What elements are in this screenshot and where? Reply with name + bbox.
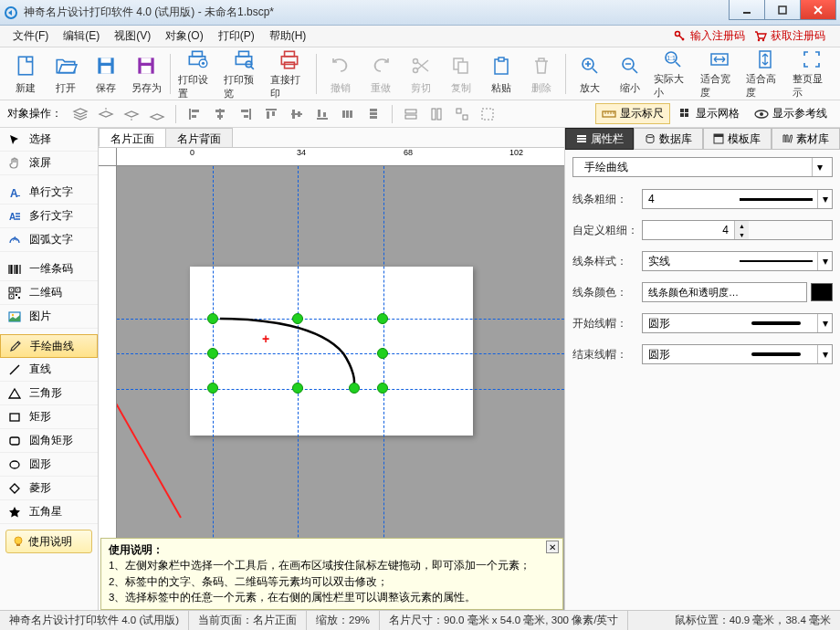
- tab-database[interactable]: 数据库: [634, 128, 702, 150]
- show-guides-toggle[interactable]: 显示参考线: [749, 104, 833, 123]
- custom-width-spinner[interactable]: ▲▼: [642, 220, 833, 240]
- line-color-button[interactable]: 线条颜色和透明度…: [642, 282, 807, 302]
- tool-text-arc[interactable]: A圆弧文字: [0, 228, 98, 252]
- same-height-icon[interactable]: [425, 104, 447, 124]
- layer-icon[interactable]: [69, 104, 91, 124]
- cut-button[interactable]: 剪切: [401, 49, 441, 99]
- zoom-out-button[interactable]: 缩小: [610, 49, 650, 99]
- show-grid-toggle[interactable]: 显示网格: [674, 104, 745, 123]
- same-width-icon[interactable]: [400, 104, 422, 124]
- paste-button[interactable]: 粘贴: [481, 49, 521, 99]
- new-button[interactable]: 新建: [5, 49, 46, 99]
- tool-roundrect[interactable]: 圆角矩形: [0, 429, 98, 453]
- save-button[interactable]: 保存: [86, 49, 126, 99]
- spin-up[interactable]: ▲: [735, 221, 749, 230]
- resize-handle[interactable]: [207, 383, 218, 394]
- svg-rect-59: [405, 110, 416, 113]
- menu-edit[interactable]: 编辑(E): [56, 26, 107, 47]
- enter-code-link[interactable]: 输入注册码: [674, 28, 745, 44]
- start-cap-combo[interactable]: 圆形 ▾: [642, 313, 833, 333]
- resize-handle[interactable]: [377, 348, 388, 359]
- hint-close-button[interactable]: ✕: [546, 541, 559, 553]
- tool-rect[interactable]: 矩形: [0, 405, 98, 429]
- copy-button[interactable]: 复制: [441, 49, 481, 99]
- custom-width-input[interactable]: [643, 221, 734, 239]
- distribute-h-icon[interactable]: [337, 104, 359, 124]
- resize-handle[interactable]: [207, 313, 218, 324]
- redo-button[interactable]: 重做: [361, 49, 401, 99]
- tool-diamond[interactable]: 菱形: [0, 477, 98, 500]
- resize-handle[interactable]: [377, 313, 388, 324]
- menu-file[interactable]: 文件(F): [5, 26, 56, 47]
- tool-image[interactable]: 图片: [0, 305, 98, 329]
- tool-text-single[interactable]: A单行文字: [0, 181, 98, 205]
- color-swatch[interactable]: [811, 283, 833, 301]
- layer-bottom-icon[interactable]: [146, 104, 168, 124]
- tab-properties[interactable]: 属性栏: [565, 128, 634, 150]
- fit-page-button[interactable]: 整页显示: [789, 49, 835, 99]
- align-top-icon[interactable]: [260, 104, 282, 124]
- tool-circle[interactable]: 圆形: [0, 453, 98, 477]
- tab-front[interactable]: 名片正面: [99, 128, 166, 147]
- menu-print[interactable]: 打印(P): [211, 26, 262, 47]
- layer-up-icon[interactable]: [95, 104, 117, 124]
- object-type-select[interactable]: 手绘曲线 ▾: [572, 157, 833, 177]
- help-button[interactable]: 使用说明: [5, 530, 92, 553]
- line-style-combo[interactable]: 实线 ▾: [642, 251, 833, 271]
- open-button[interactable]: 打开: [46, 49, 86, 99]
- guides-icon: [754, 108, 769, 121]
- tab-templates[interactable]: 模板库: [703, 128, 772, 150]
- minimize-button[interactable]: [729, 0, 765, 20]
- align-left-icon[interactable]: [184, 104, 205, 124]
- fit-width-button[interactable]: 适合宽度: [697, 49, 742, 99]
- text-multi-icon: A: [5, 208, 24, 225]
- tool-pan[interactable]: 滚屏: [0, 152, 98, 175]
- resize-handle[interactable]: [349, 383, 360, 394]
- actual-size-button[interactable]: 1:1实际大小: [650, 49, 696, 99]
- maximize-button[interactable]: [764, 0, 801, 20]
- spin-down[interactable]: ▼: [735, 230, 749, 239]
- tool-star[interactable]: 五角星: [0, 500, 98, 524]
- end-cap-combo[interactable]: 圆形 ▾: [642, 344, 833, 364]
- qrcode-icon: [5, 285, 24, 301]
- undo-button[interactable]: 撤销: [320, 49, 361, 99]
- same-size-icon[interactable]: [451, 104, 473, 124]
- tab-assets[interactable]: 素材库: [772, 128, 840, 150]
- resize-handle[interactable]: [292, 313, 303, 324]
- distribute-v-icon[interactable]: [362, 104, 384, 124]
- menu-object[interactable]: 对象(O): [158, 26, 210, 47]
- tool-select[interactable]: 选择: [0, 128, 98, 152]
- chevron-down-icon: ▾: [817, 345, 832, 363]
- menu-help[interactable]: 帮助(H): [262, 26, 314, 47]
- selected-object[interactable]: +: [211, 317, 384, 390]
- resize-handle[interactable]: [207, 348, 218, 359]
- tool-triangle[interactable]: 三角形: [0, 382, 98, 405]
- saveas-button[interactable]: 另存为: [126, 49, 166, 99]
- print-preview-button[interactable]: 打印预览: [220, 49, 266, 99]
- tool-qrcode[interactable]: 二维码: [0, 281, 98, 305]
- layer-down-icon[interactable]: [121, 104, 142, 124]
- show-ruler-toggle[interactable]: 显示标尺: [595, 103, 670, 124]
- close-button[interactable]: [800, 0, 836, 20]
- print-settings-button[interactable]: 打印设置: [174, 49, 220, 99]
- group-icon[interactable]: [477, 104, 499, 124]
- delete-button[interactable]: 删除: [521, 49, 562, 99]
- align-bottom-icon[interactable]: [311, 104, 333, 124]
- print-direct-button[interactable]: 直接打印: [267, 49, 312, 99]
- resize-handle[interactable]: [377, 383, 388, 394]
- get-code-link[interactable]: 获取注册码: [754, 28, 825, 44]
- zoom-in-button[interactable]: 放大: [570, 49, 610, 99]
- resize-handle[interactable]: [292, 383, 303, 394]
- tool-barcode[interactable]: 一维条码: [0, 257, 98, 281]
- align-right-icon[interactable]: [235, 104, 257, 124]
- line-width-combo[interactable]: 4 ▾: [642, 189, 833, 209]
- tool-line[interactable]: 直线: [0, 358, 98, 382]
- tool-freehand[interactable]: 手绘曲线: [0, 334, 98, 358]
- menu-view[interactable]: 视图(V): [107, 26, 158, 47]
- tab-back[interactable]: 名片背面: [165, 128, 233, 147]
- align-center-v-icon[interactable]: [286, 104, 308, 124]
- fit-height-button[interactable]: 适合高度: [742, 49, 788, 99]
- roundrect-icon: [5, 433, 24, 449]
- align-center-h-icon[interactable]: [209, 104, 231, 124]
- tool-text-multi[interactable]: A多行文字: [0, 205, 98, 228]
